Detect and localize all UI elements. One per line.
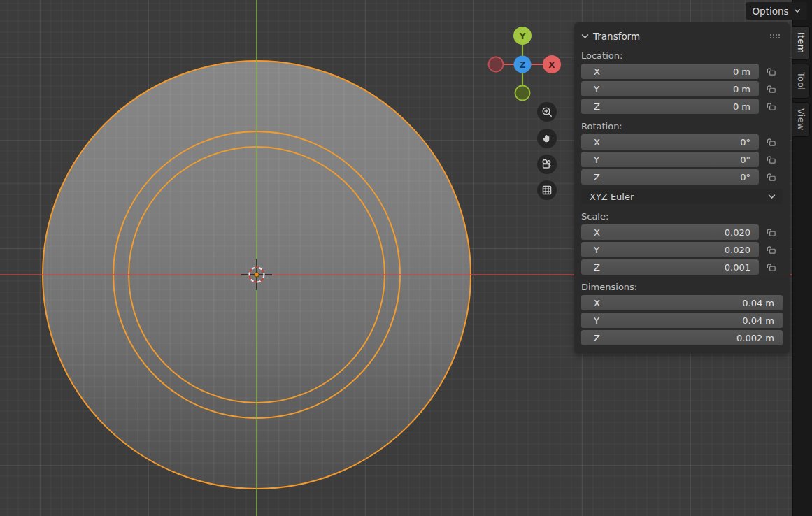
svg-text:Y: Y (519, 31, 526, 41)
tab-item[interactable]: Item (792, 26, 810, 60)
unlock-icon (766, 101, 776, 111)
axis-value: 0° (740, 172, 750, 182)
axis-label: Y (594, 84, 599, 94)
axis-label: Z (594, 262, 600, 273)
axis-value: 0.04 m (742, 315, 774, 326)
axis-label: Y (594, 245, 599, 255)
axis-value: 0 m (733, 101, 750, 112)
cursor-3d-icon (240, 258, 273, 292)
location-x-field[interactable]: X 0 m (581, 64, 759, 79)
axis-label: Z (594, 333, 600, 343)
axis-x-negative-ball[interactable] (489, 57, 504, 72)
axis-label: Y (594, 315, 599, 326)
tab-view[interactable]: View (792, 102, 810, 137)
axis-label: X (594, 66, 600, 77)
scale-y-field[interactable]: Y 0.020 (581, 242, 759, 257)
rotation-y-lock-button[interactable] (759, 155, 783, 164)
svg-text:X: X (548, 60, 555, 70)
tab-view-label: View (796, 108, 806, 131)
rotation-z-lock-button[interactable] (759, 172, 783, 182)
axis-value: 0° (740, 137, 750, 148)
unlock-icon (766, 155, 776, 164)
axis-label: Y (594, 155, 599, 165)
location-x-lock-button[interactable] (759, 66, 783, 76)
transform-panel-header[interactable]: Transform (581, 28, 783, 45)
axis-value: 0.020 (725, 227, 750, 238)
location-z-lock-button[interactable] (759, 101, 783, 111)
axis-label: X (594, 137, 600, 148)
transform-panel: Transform Location: X 0 m Y 0 m Z (574, 22, 790, 354)
scale-z-lock-button[interactable] (759, 262, 783, 272)
scale-label: Scale: (581, 211, 783, 222)
location-y-lock-button[interactable] (759, 84, 783, 94)
axis-value: 0.04 m (742, 298, 774, 308)
options-label: Options (752, 6, 788, 17)
blender-3d-viewport: Y X Z (0, 0, 812, 516)
dimensions-x-field[interactable]: X 0.04 m (581, 295, 783, 310)
svg-text:Z: Z (520, 60, 526, 70)
axis-value: 0.002 m (736, 333, 774, 343)
rotation-z-field[interactable]: Z 0° (581, 169, 759, 185)
axis-z-ball[interactable]: Z (514, 56, 532, 73)
axis-label: X (594, 227, 600, 238)
unlock-icon (766, 172, 776, 182)
rotation-mode-value: XYZ Euler (590, 192, 634, 202)
axis-y-negative-ball[interactable] (515, 86, 530, 101)
axis-value: 0 m (733, 84, 750, 94)
tab-tool-label: Tool (796, 72, 806, 90)
rotation-label: Rotation: (581, 121, 783, 132)
unlock-icon (766, 84, 776, 94)
location-z-field[interactable]: Z 0 m (581, 99, 759, 114)
chevron-down-icon (768, 194, 776, 199)
location-label: Location: (581, 50, 783, 62)
axis-y-ball[interactable]: Y (513, 27, 532, 45)
zoom-button[interactable] (537, 102, 557, 122)
ortho-toggle-button[interactable] (537, 180, 557, 200)
collapse-chevron-icon[interactable] (581, 34, 589, 39)
unlock-icon (766, 227, 776, 237)
dimensions-y-field[interactable]: Y 0.04 m (581, 313, 783, 328)
unlock-icon (766, 66, 776, 76)
scale-y-lock-button[interactable] (759, 245, 783, 255)
axis-label: Z (594, 172, 600, 182)
scale-z-field[interactable]: Z 0.001 (581, 259, 759, 275)
camera-icon (541, 158, 553, 171)
unlock-icon (766, 137, 776, 147)
panel-drag-grip-icon[interactable] (770, 34, 780, 38)
scale-x-lock-button[interactable] (759, 227, 783, 237)
scale-x-field[interactable]: X 0.020 (581, 224, 759, 240)
rotation-x-field[interactable]: X 0° (581, 134, 759, 150)
unlock-icon (766, 245, 776, 255)
chevron-down-icon (794, 8, 801, 13)
rotation-y-field[interactable]: Y 0° (581, 152, 759, 167)
axis-label: X (594, 298, 600, 308)
panel-title: Transform (593, 31, 640, 42)
dimensions-z-field[interactable]: Z 0.002 m (581, 330, 783, 345)
rotation-x-lock-button[interactable] (759, 137, 783, 147)
unlock-icon (766, 262, 776, 272)
grid-ortho-icon (541, 185, 553, 196)
nav-axis-gizmo[interactable]: Y X Z (486, 24, 562, 103)
dimensions-label: Dimensions: (581, 282, 783, 293)
tab-item-label: Item (796, 32, 806, 53)
axis-value: 0° (740, 155, 750, 165)
axis-label: Z (594, 101, 600, 112)
axis-x-ball[interactable]: X (543, 55, 561, 73)
pan-hand-icon (541, 133, 553, 144)
pan-button[interactable] (537, 129, 557, 148)
location-y-field[interactable]: Y 0 m (581, 81, 759, 96)
axis-value: 0.020 (725, 245, 750, 255)
zoom-icon (541, 106, 553, 118)
axis-value: 0 m (733, 66, 750, 77)
tab-tool[interactable]: Tool (792, 64, 810, 99)
options-button[interactable]: Options (746, 2, 807, 20)
axis-value: 0.001 (725, 262, 750, 273)
camera-view-button[interactable] (537, 155, 557, 174)
rotation-mode-dropdown[interactable]: XYZ Euler (581, 189, 783, 204)
